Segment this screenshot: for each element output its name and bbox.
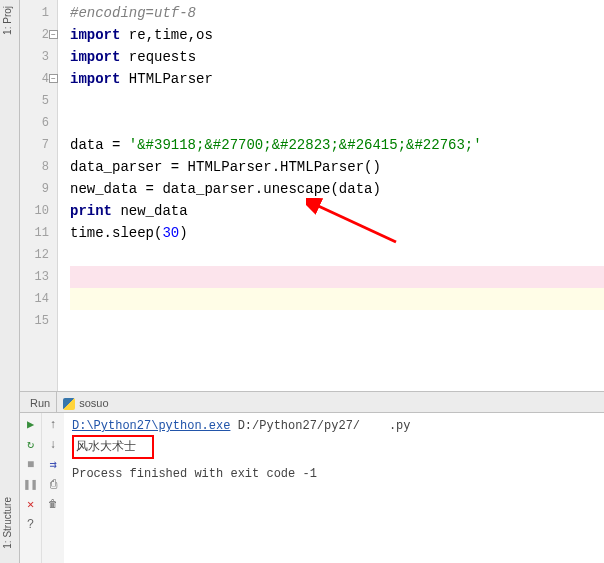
output-line: 风水大术士 (72, 435, 596, 459)
line-number: 14 (20, 288, 57, 310)
code-line: new_data = data_parser.unescape(data) (70, 178, 604, 200)
line-number: 11 (20, 222, 57, 244)
line-number: 1 (20, 2, 57, 24)
run-toolbar-right: ↑ ↓ ⇉ ⎙ 🗑 (42, 413, 64, 563)
line-number: 7 (20, 134, 57, 156)
softwrap-icon[interactable]: ⇉ (45, 457, 61, 473)
code-line: data_parser = HTMLParser.HTMLParser() (70, 156, 604, 178)
code-area[interactable]: #encoding=utf-8 import re,time,os import… (58, 0, 604, 391)
line-number: 12 (20, 244, 57, 266)
highlight-box: 风水大术士 (72, 435, 154, 459)
line-number: 10 (20, 200, 57, 222)
code-line (70, 90, 604, 112)
tab-structure[interactable]: 1: Structure (0, 491, 15, 555)
code-line: import requests (70, 46, 604, 68)
line-number: 9 (20, 178, 57, 200)
close-icon[interactable]: ✕ (23, 497, 39, 513)
stop-icon[interactable]: ■ (23, 457, 39, 473)
help-icon[interactable]: ? (23, 517, 39, 533)
line-number: 13 (20, 266, 57, 288)
code-line: import HTMLParser (70, 68, 604, 90)
output-line: D:\Python27\python.exe D:/Python27/py27/… (72, 417, 596, 435)
gutter: 1 2− 3 4− 5 6 7 8 9 10 11 12 13 14 15 (20, 0, 58, 391)
play-icon[interactable]: ▶ (23, 417, 39, 433)
tab-project[interactable]: 1: Proj (0, 0, 15, 41)
line-number: 2− (20, 24, 57, 46)
run-tab-label[interactable]: Run (24, 392, 57, 412)
code-line (70, 112, 604, 134)
line-number: 15 (20, 310, 57, 332)
run-output[interactable]: D:\Python27\python.exe D:/Python27/py27/… (64, 413, 604, 563)
line-number: 8 (20, 156, 57, 178)
run-config-name[interactable]: sosuo (57, 392, 114, 412)
trash-icon[interactable]: 🗑 (45, 497, 61, 513)
code-line: print new_data (70, 200, 604, 222)
code-line: data = '&#39118;&#27700;&#22823;&#26415;… (70, 134, 604, 156)
run-toolbar-left: ▶ ↻ ■ ❚❚ ✕ ? (20, 413, 42, 563)
rerun-icon[interactable]: ↻ (23, 437, 39, 453)
output-line: Process finished with exit code -1 (72, 465, 596, 483)
line-number: 3 (20, 46, 57, 68)
code-line: #encoding=utf-8 (70, 2, 604, 24)
code-editor[interactable]: 1 2− 3 4− 5 6 7 8 9 10 11 12 13 14 15 #e… (20, 0, 604, 391)
python-icon (63, 398, 75, 410)
code-line (70, 244, 604, 266)
code-line (70, 310, 604, 332)
fold-icon[interactable]: − (49, 74, 58, 83)
code-line: import re,time,os (70, 24, 604, 46)
code-line-current (70, 288, 604, 310)
pause-icon[interactable]: ❚❚ (23, 477, 39, 493)
line-number: 4− (20, 68, 57, 90)
code-line (70, 266, 604, 288)
line-number: 6 (20, 112, 57, 134)
line-number: 5 (20, 90, 57, 112)
code-line: time.sleep(30) (70, 222, 604, 244)
up-icon[interactable]: ↑ (45, 417, 61, 433)
fold-icon[interactable]: − (49, 30, 58, 39)
run-panel: ▶ ↻ ■ ❚❚ ✕ ? ↑ ↓ ⇉ ⎙ 🗑 D:\Python27\pytho… (20, 413, 604, 563)
down-icon[interactable]: ↓ (45, 437, 61, 453)
print-icon[interactable]: ⎙ (45, 477, 61, 493)
run-panel-header: Run sosuo (20, 391, 604, 413)
left-tool-tabs: 1: Proj 1: Structure (0, 0, 20, 563)
